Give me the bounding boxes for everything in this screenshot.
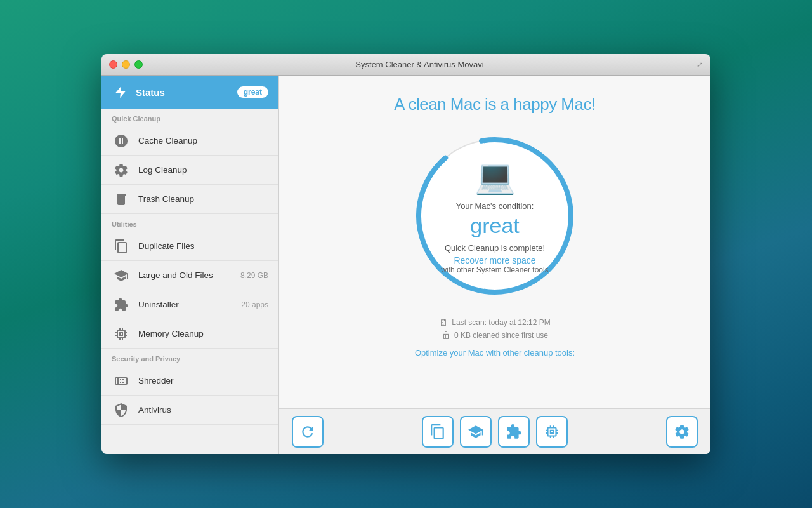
sidebar-item-memory-cleanup[interactable]: Memory Cleanup [102,319,278,349]
traffic-lights [109,60,143,69]
window-title: System Cleaner & Antivirus Movavi [143,60,697,69]
recover-link[interactable]: Recover more space [431,255,558,265]
sidebar: Status great Quick Cleanup Cache Cleanup… [102,76,279,454]
cleaned-text: 0 KB cleaned since first use [454,331,548,340]
toolbar-left [292,416,324,448]
duplicate-files-label: Duplicate Files [138,241,268,251]
status-icon [112,83,129,101]
laptop-icon: 💻 [431,157,558,196]
uninstaller-button[interactable] [498,416,530,448]
last-scan-text: Last scan: today at 12:12 PM [452,318,550,327]
security-section-label: Security and Privacy [102,349,278,366]
duplicate-files-button[interactable] [422,416,454,448]
sidebar-item-large-old-files[interactable]: Large and Old Files 8.29 GB [102,261,278,290]
status-circle: 💻 Your Mac's condition: great Quick Clea… [406,127,584,305]
last-scan-row: 🗓 Last scan: today at 12:12 PM [439,318,550,328]
main-panel: A clean Mac is a happy Mac! 💻 Your Mac's… [279,76,710,454]
large-old-files-icon [112,266,131,285]
duplicate-files-icon [112,237,131,256]
cache-cleanup-label: Cache Cleanup [138,136,268,145]
calendar-icon: 🗓 [439,318,448,328]
memory-cleanup-label: Memory Cleanup [138,329,268,338]
uninstaller-badge: 20 apps [241,300,268,309]
large-old-files-label: Large and Old Files [138,271,240,280]
close-button[interactable] [109,60,117,69]
minimize-button[interactable] [122,60,130,69]
sidebar-item-log-cleanup[interactable]: Log Cleanup [102,156,278,185]
shredder-label: Shredder [138,376,268,385]
condition-label: Your Mac's condition: [431,201,558,211]
sidebar-item-cache-cleanup[interactable]: Cache Cleanup [102,126,278,156]
recover-sub-label: with other System Cleaner tools [431,265,558,274]
memory-button[interactable] [536,416,568,448]
large-old-files-badge: 8.29 GB [240,271,268,280]
antivirus-label: Antivirus [138,405,268,415]
circle-content: 💻 Your Mac's condition: great Quick Clea… [431,157,558,274]
cache-cleanup-icon [112,131,131,150]
toolbar-right [666,416,698,448]
maximize-button[interactable] [134,60,143,69]
content-area: Status great Quick Cleanup Cache Cleanup… [102,76,710,454]
main-content: A clean Mac is a happy Mac! 💻 Your Mac's… [279,76,710,408]
log-cleanup-icon [112,161,131,180]
large-files-button[interactable] [460,416,492,448]
cleanup-complete-label: Quick Cleanup is complete! [431,243,558,253]
condition-value: great [431,213,558,238]
uninstaller-icon [112,295,131,314]
trash-icon: 🗑 [442,330,450,340]
cleaned-row: 🗑 0 KB cleaned since first use [442,330,548,340]
status-label: Status [136,87,237,98]
refresh-button[interactable] [292,416,324,448]
uninstaller-label: Uninstaller [138,300,241,309]
memory-cleanup-icon [112,324,131,344]
scan-info: 🗓 Last scan: today at 12:12 PM 🗑 0 KB cl… [439,318,550,340]
settings-button[interactable] [666,416,698,448]
titlebar: System Cleaner & Antivirus Movavi ⤢ [102,54,710,76]
utilities-section-label: Utilities [102,214,278,232]
sidebar-item-antivirus[interactable]: Antivirus [102,396,278,425]
status-badge: great [237,86,268,98]
sidebar-item-trash-cleanup[interactable]: Trash Cleanup [102,185,278,214]
antivirus-icon [112,401,131,420]
sidebar-item-duplicate-files[interactable]: Duplicate Files [102,232,278,261]
log-cleanup-label: Log Cleanup [138,165,268,175]
bottom-toolbar [279,408,710,454]
trash-cleanup-label: Trash Cleanup [138,194,268,204]
expand-button[interactable]: ⤢ [697,60,703,69]
sidebar-item-uninstaller[interactable]: Uninstaller 20 apps [102,290,278,319]
app-window: System Cleaner & Antivirus Movavi ⤢ Stat… [102,54,710,454]
optimize-label: Optimize your Mac with other cleanup too… [415,348,575,358]
quick-cleanup-section-label: Quick Cleanup [102,109,278,126]
toolbar-center [422,416,568,448]
sidebar-item-status[interactable]: Status great [102,76,278,109]
shredder-icon [112,371,131,391]
trash-cleanup-icon [112,190,131,209]
main-title: A clean Mac is a happy Mac! [394,95,595,114]
sidebar-item-shredder[interactable]: Shredder [102,366,278,396]
